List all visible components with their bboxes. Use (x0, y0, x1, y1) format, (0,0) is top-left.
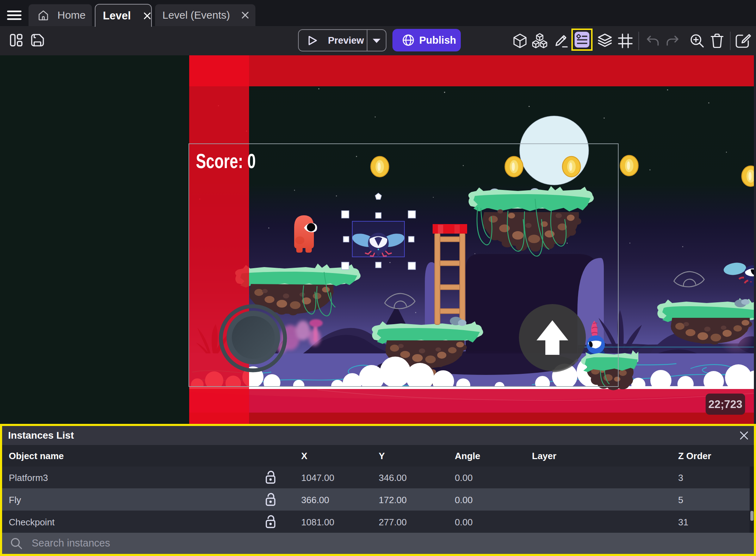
svg-text:22;723: 22;723 (708, 398, 743, 410)
svg-text:Score: 0: Score: 0 (196, 150, 256, 172)
